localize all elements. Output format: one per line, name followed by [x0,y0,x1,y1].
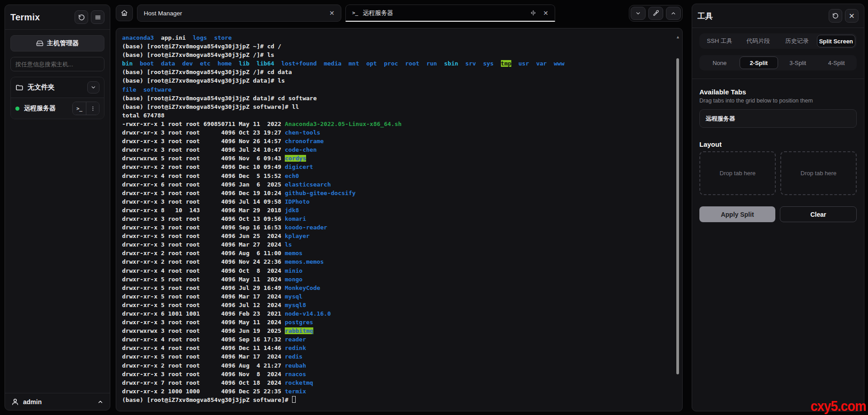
apply-split-button[interactable]: Apply Split [699,206,775,222]
panel-up-button[interactable] [666,7,681,20]
hard-drive-icon [36,40,43,47]
tab-host-manager[interactable]: Host Manager ✕ [137,5,341,22]
drop-zone-1[interactable]: Drop tab here [699,151,776,195]
split-2-option[interactable]: 2-Split [740,56,778,69]
folder-header[interactable]: 无文件夹 [11,77,104,98]
person-icon [11,398,19,406]
split-options: None 2-Split 3-Split 4-Split [699,55,857,70]
close-icon: ✕ [849,12,854,20]
open-terminal-button[interactable]: >_ [73,102,86,115]
clear-button[interactable]: Clear [780,206,857,222]
close-tab-icon[interactable]: ✕ [329,9,335,17]
folder-name: 无文件夹 [28,83,83,92]
host-manager-label: 主机管理器 [47,39,79,47]
tab-label: Host Manager [144,10,182,17]
hamburger-icon [94,14,101,21]
tools-panel: 工具 ✕ SSH 工具 代码片段 历史记录 Split Screen None … [692,4,864,411]
host-name: 远程服务器 [24,104,68,112]
sidebar-menu-button[interactable] [91,10,104,24]
sidebar: Termix 主机管理器 无文件夹 [5,5,110,410]
folder-collapse-button[interactable] [87,81,99,93]
chevron-up-icon [97,399,104,405]
tab-history[interactable]: 历史记录 [778,35,816,47]
scrollbar-thumb[interactable] [676,58,679,374]
terminal-prompt-icon: >_ [352,10,358,16]
host-list-item[interactable]: 远程服务器 >_ [11,98,104,119]
tabbar-actions [629,5,683,22]
chevron-down-icon [90,84,96,90]
kebab-menu-icon [90,106,96,112]
terminal-panel[interactable]: anaconda3 app.ini logs store(base) [root… [116,28,683,411]
split-3-option[interactable]: 3-Split [779,56,817,69]
tab-snippets[interactable]: 代码片段 [740,35,778,47]
refresh-icon [832,13,839,19]
app-brand: Termix [10,12,72,23]
drop-zone-2[interactable]: Drop tab here [780,151,857,195]
tab-ssh-tools[interactable]: SSH 工具 [701,35,739,47]
folder-group: 无文件夹 远程服务器 >_ [10,77,104,119]
home-icon [121,9,128,17]
sidebar-header: Termix [5,5,110,29]
tab-label: 远程服务器 [363,9,393,17]
layout-title: Layout [699,140,857,148]
tools-button[interactable] [648,7,663,20]
tab-remote-server[interactable]: >_ 远程服务器 ✕ [345,5,555,22]
terminal-scrollbar[interactable]: ▲ [675,35,680,406]
main-area: Host Manager ✕ >_ 远程服务器 ✕ [116,4,683,411]
available-tabs-title: Available Tabs [699,88,857,96]
chevron-down-icon [635,10,641,16]
close-tab-icon[interactable]: ✕ [543,9,548,17]
panel-down-button[interactable] [631,7,646,20]
split-4-option[interactable]: 4-Split [818,56,856,69]
tools-tabs: SSH 工具 代码片段 历史记录 Split Screen [699,33,857,49]
scroll-up-icon[interactable]: ▲ [676,35,680,39]
terminal-icon: >_ [76,106,82,112]
tab-bar: Host Manager ✕ >_ 远程服务器 ✕ [116,4,683,23]
tools-close-button[interactable]: ✕ [845,9,859,23]
refresh-icon [78,14,85,21]
hammer-icon [653,10,659,16]
chevron-up-icon [670,10,676,16]
host-more-button[interactable] [86,102,99,115]
username: admin [23,398,93,406]
draggable-tab-item[interactable]: 远程服务器 [699,109,857,128]
sidebar-refresh-button[interactable] [75,10,88,24]
split-none-option[interactable]: None [701,56,739,69]
host-manager-button[interactable]: 主机管理器 [10,35,104,51]
tab-split-screen[interactable]: Split Screen [817,35,856,47]
site-watermark: cxy5.com [810,398,866,415]
user-menu[interactable]: admin [5,393,110,410]
host-status-dot [15,107,19,111]
host-search-input[interactable] [10,57,104,71]
home-tab-button[interactable] [116,5,133,21]
tools-title: 工具 [698,11,826,21]
host-actions: >_ [72,102,99,115]
folder-icon [15,84,24,92]
tools-refresh-button[interactable] [829,9,842,23]
terminal-output: anaconda3 app.ini logs store(base) [root… [122,33,679,404]
split-view-icon[interactable] [530,9,537,16]
available-tabs-hint: Drag tabs into the grid below to positio… [699,98,857,104]
